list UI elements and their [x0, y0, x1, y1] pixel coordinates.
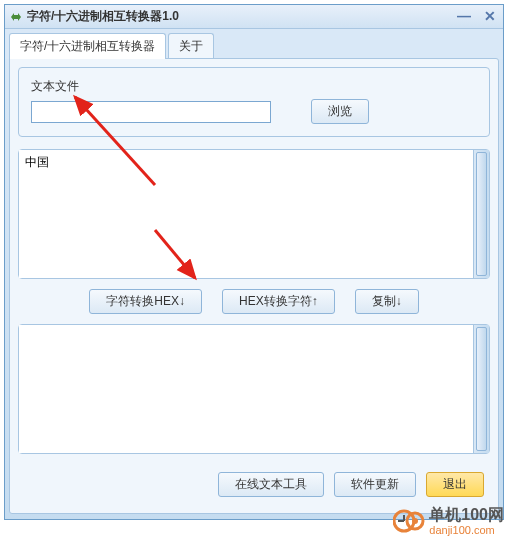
tab-bar: 字符/十六进制相互转换器 关于 [5, 29, 503, 59]
output-scrollbar[interactable] [473, 325, 489, 453]
window-controls: — ✕ [455, 9, 499, 25]
output-textarea-wrap [18, 324, 490, 454]
online-tool-button[interactable]: 在线文本工具 [218, 472, 324, 497]
watermark-icon [393, 505, 425, 537]
tab-about[interactable]: 关于 [168, 33, 214, 59]
watermark: 单机100网 danji100.com [393, 505, 504, 537]
footer-buttons: 在线文本工具 软件更新 退出 [18, 462, 490, 505]
tab-converter[interactable]: 字符/十六进制相互转换器 [9, 33, 166, 59]
app-icon [9, 10, 23, 24]
tab-content: 文本文件 浏览 中国 字符转换HEX↓ HEX转换字符↑ 复制↓ 在线文本工具 … [9, 58, 499, 514]
app-window: 字符/十六进制相互转换器1.0 — ✕ 字符/十六进制相互转换器 关于 文本文件… [4, 4, 504, 520]
file-input[interactable] [31, 101, 271, 123]
update-button[interactable]: 软件更新 [334, 472, 416, 497]
watermark-url: danji100.com [429, 524, 504, 536]
output-textarea[interactable] [19, 325, 473, 453]
close-button[interactable]: ✕ [481, 9, 499, 25]
titlebar[interactable]: 字符/十六进制相互转换器1.0 — ✕ [5, 5, 503, 29]
input-textarea[interactable]: 中国 [19, 150, 473, 278]
browse-button[interactable]: 浏览 [311, 99, 369, 124]
watermark-text: 单机100网 [429, 506, 504, 524]
action-button-row: 字符转换HEX↓ HEX转换字符↑ 复制↓ [18, 289, 490, 314]
window-title: 字符/十六进制相互转换器1.0 [27, 8, 455, 25]
char-to-hex-button[interactable]: 字符转换HEX↓ [89, 289, 202, 314]
file-label: 文本文件 [31, 78, 477, 95]
minimize-button[interactable]: — [455, 9, 473, 25]
input-textarea-wrap: 中国 [18, 149, 490, 279]
file-section: 文本文件 浏览 [18, 67, 490, 137]
input-scrollbar[interactable] [473, 150, 489, 278]
copy-button[interactable]: 复制↓ [355, 289, 419, 314]
svg-point-4 [412, 518, 418, 524]
exit-button[interactable]: 退出 [426, 472, 484, 497]
hex-to-char-button[interactable]: HEX转换字符↑ [222, 289, 335, 314]
